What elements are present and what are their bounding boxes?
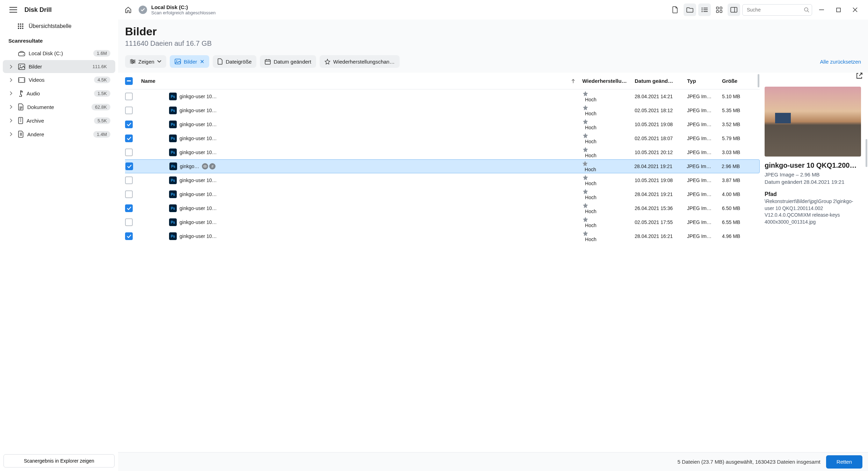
photoshop-icon: Ps <box>169 204 177 212</box>
file-name: ginkgo-user 10… <box>180 108 217 113</box>
view-file-button[interactable] <box>669 3 681 16</box>
row-checkbox[interactable] <box>125 148 133 156</box>
svg-point-1 <box>702 9 703 10</box>
popout-button[interactable] <box>856 73 862 79</box>
photoshop-icon: Ps <box>169 148 177 156</box>
svg-point-8 <box>804 8 808 11</box>
app-name: Disk Drill <box>24 6 52 14</box>
table-row[interactable]: Psginkgo-user 10… Hoch02.05.2021 17:55JP… <box>125 215 760 229</box>
sidebar-item-count: 5.5K <box>94 117 110 124</box>
file-name: ginkgo-user 10… <box>180 191 217 197</box>
sidebar-overview[interactable]: Übersichtstabelle <box>0 20 118 33</box>
col-date-header[interactable]: Datum geänd… <box>635 78 687 84</box>
photoshop-icon: Ps <box>169 121 177 128</box>
svg-point-13 <box>18 26 19 27</box>
window-minimize-button[interactable] <box>814 3 829 16</box>
table-row[interactable]: Psginkgo-user 10… Hoch10.05.2021 19:08JP… <box>125 173 760 187</box>
reset-filters-link[interactable]: Alle zurücksetzen <box>820 59 861 65</box>
view-list-button[interactable] <box>698 3 711 16</box>
row-checkbox[interactable] <box>125 190 133 198</box>
type-value: JPEG Im… <box>687 191 722 197</box>
photoshop-icon: Ps <box>169 93 177 100</box>
table-row[interactable]: Psginkgo-user 10… Hoch10.05.2021 19:08JP… <box>125 117 760 131</box>
date-value: 02.05.2021 17:55 <box>635 219 687 225</box>
sidebar-item-videos[interactable]: Videos4.5K <box>3 73 115 86</box>
row-checkbox[interactable] <box>125 135 133 142</box>
type-value: JPEG Im… <box>687 108 722 113</box>
svg-point-22 <box>20 65 21 66</box>
size-value: 5.79 MB <box>722 136 757 141</box>
sliders-icon <box>130 59 136 64</box>
preview-scrollbar[interactable] <box>865 83 867 449</box>
sidebar-item-bilder[interactable]: Bilder111.6K <box>3 60 115 73</box>
chevron-right-icon <box>10 65 15 69</box>
type-value: JPEG Im… <box>687 219 722 225</box>
filter-size-chip[interactable]: Dateigröße <box>213 55 256 68</box>
row-checkbox[interactable] <box>125 162 133 170</box>
open-in-explorer-button[interactable]: Scanergebnis in Explorer zeigen <box>3 454 115 468</box>
sidebar-item-count: 1.5K <box>94 90 110 97</box>
chevron-down-icon <box>157 60 161 63</box>
svg-point-17 <box>20 28 21 29</box>
view-split-button[interactable] <box>728 3 740 16</box>
close-icon <box>853 7 858 12</box>
table-scrollbar[interactable] <box>757 74 760 89</box>
sidebar-item-andere[interactable]: Andere1.4M <box>3 128 115 141</box>
filter-date-chip[interactable]: Datum geändert <box>260 55 316 68</box>
recover-button[interactable]: Retten <box>826 455 862 469</box>
table-row[interactable]: Psginkgo-user 10… Hoch28.04.2021 16:21JP… <box>125 229 760 243</box>
sidebar-item-dokumente[interactable]: Dokumente62.8K <box>3 100 115 114</box>
window-close-button[interactable] <box>848 3 862 16</box>
view-grid-button[interactable] <box>713 3 725 16</box>
table-row[interactable]: Psginkgo-user 10… Hoch02.05.2021 18:07JP… <box>125 131 760 145</box>
svg-point-18 <box>22 28 23 29</box>
size-value: 6.50 MB <box>722 205 757 211</box>
show-filter-button[interactable]: Zeigen <box>125 55 166 68</box>
table-row[interactable]: Psginkgo-user 10… Hoch28.04.2021 14:21JP… <box>125 89 760 103</box>
photoshop-icon: Ps <box>169 218 177 226</box>
row-checkbox[interactable] <box>125 93 133 100</box>
preview-meta-type: JPEG Image – 2.96 MB <box>765 172 861 177</box>
col-recovery-header[interactable]: Wiederherstellu… <box>582 78 635 84</box>
hamburger-button[interactable] <box>7 3 20 16</box>
col-size-header[interactable]: Größe <box>722 78 757 84</box>
sidebar-section-label: Scanresultate <box>0 33 118 46</box>
remove-chip-icon[interactable]: ✕ <box>200 58 204 65</box>
col-name-header[interactable]: Name <box>141 78 155 84</box>
filter-bilder-chip[interactable]: Bilder ✕ <box>170 55 209 68</box>
sidebar-item-archive[interactable]: Archive5.5K <box>3 114 115 127</box>
row-checkbox[interactable] <box>125 121 133 128</box>
home-button[interactable] <box>122 3 134 16</box>
star-icon <box>582 230 635 237</box>
select-all-checkbox[interactable] <box>125 77 133 85</box>
star-icon <box>582 104 635 111</box>
filter-recovery-chip[interactable]: Wiederherstellungschan… <box>320 55 400 68</box>
row-checkbox[interactable] <box>125 204 133 212</box>
table-row[interactable]: Psginkgo-user 10… Hoch28.04.2021 19:21JP… <box>125 187 760 201</box>
row-checkbox[interactable] <box>125 176 133 184</box>
footer: 5 Dateien (23.7 MB) ausgewählt, 1630423 … <box>118 452 868 471</box>
col-type-header[interactable]: Typ <box>687 78 722 84</box>
window-maximize-button[interactable] <box>831 3 846 16</box>
sidebar-item-localdiskc[interactable]: Local Disk (C:)1.6M <box>3 47 115 60</box>
date-value: 02.05.2021 18:07 <box>635 136 687 141</box>
table-row[interactable]: Psginkgo-user 10… Hoch02.05.2021 18:12JP… <box>125 103 760 117</box>
recovery-value: Hoch <box>585 223 597 228</box>
table-row[interactable]: Psginkgo-user 10… Hoch26.04.2021 15:36JP… <box>125 201 760 215</box>
sidebar-item-icon <box>18 103 24 110</box>
sidebar-item-audio[interactable]: Audio1.5K <box>3 87 115 100</box>
row-checkbox[interactable] <box>125 232 133 240</box>
search-input[interactable] <box>742 4 812 16</box>
table-row[interactable]: Psginkgo-user 10… Hoch10.05.2021 20:12JP… <box>125 145 760 159</box>
sidebar-item-icon <box>18 77 25 83</box>
row-checkbox[interactable] <box>125 107 133 114</box>
view-folder-button[interactable] <box>684 3 696 16</box>
chevron-right-icon <box>10 105 15 109</box>
size-value: 3.52 MB <box>722 122 757 127</box>
table-row[interactable]: Psginkgo…# Hoch28.04.2021 19:21JPEG Im…2… <box>125 159 760 173</box>
row-checkbox[interactable] <box>125 218 133 226</box>
star-icon <box>324 59 330 65</box>
recovery-value: Hoch <box>585 181 597 186</box>
file-name: ginkgo-user 10… <box>180 136 217 141</box>
preview-image <box>765 87 861 157</box>
